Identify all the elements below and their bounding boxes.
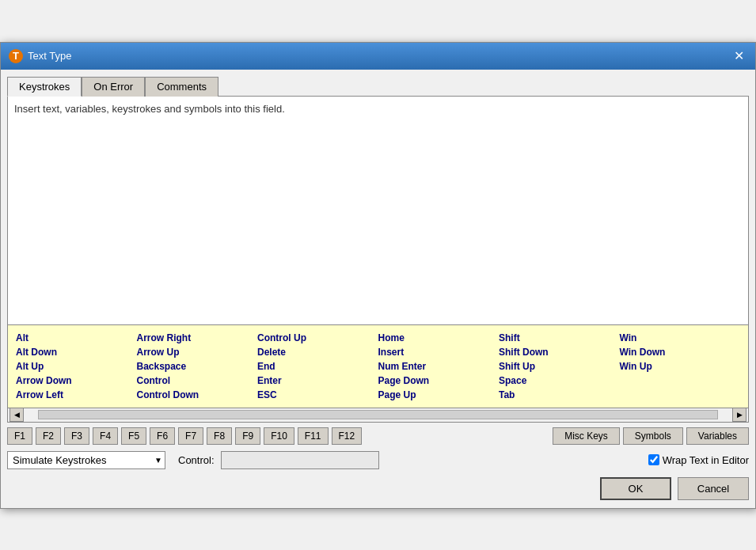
wrap-text-checkbox[interactable] [648,454,659,465]
key-shift-down[interactable]: Shift Down [499,346,620,358]
key-home[interactable]: Home [378,332,500,344]
key-num-enter[interactable]: Num Enter [378,360,500,373]
key-end[interactable]: End [257,360,378,373]
app-icon: T [9,49,23,63]
title-bar: T Text Type ✕ [1,43,755,70]
tabs-container: Keystrokes On Error Comments [7,76,749,96]
wrap-text-checkbox-container: Wrap Text in Editor [648,454,749,466]
key-arrow-down[interactable]: Arrow Down [16,374,137,387]
key-delete[interactable]: Delete [257,346,378,358]
fkey-f2[interactable]: F2 [36,427,61,445]
symbols-button[interactable]: Symbols [623,427,683,445]
fkey-f5[interactable]: F5 [121,427,146,445]
scroll-right-arrow[interactable]: ▶ [732,408,747,422]
key-arrow-up[interactable]: Arrow Up [137,346,258,358]
bottom-row: Simulate Keystrokes ▼ Control: Wrap Text… [7,448,749,474]
keystroke-col-5: Shift Shift Down Shift Up Space Tab [499,332,620,401]
key-esc[interactable]: ESC [257,389,378,401]
key-insert[interactable]: Insert [378,346,500,358]
key-control-down[interactable]: Control Down [137,389,258,401]
fkey-f9[interactable]: F9 [235,427,260,445]
misc-keys-button[interactable]: Misc Keys [553,427,620,445]
key-control-up[interactable]: Control Up [257,332,378,344]
fkey-row: F1 F2 F3 F4 F5 F6 F7 F8 F9 F10 F11 F12 M… [7,423,749,448]
control-input-field[interactable] [221,451,379,469]
simulate-keystrokes-select[interactable]: Simulate Keystrokes [7,451,165,469]
key-space[interactable]: Space [499,374,620,387]
key-tab[interactable]: Tab [499,389,620,401]
key-win[interactable]: Win [620,332,741,344]
tab-keystrokes[interactable]: Keystrokes [7,77,82,97]
fkey-f1[interactable]: F1 [7,427,32,445]
tab-comments[interactable]: Comments [145,77,218,97]
keystroke-grid: Alt Alt Down Alt Up Arrow Down Arrow Lef… [16,332,740,401]
scroll-left-arrow[interactable]: ◀ [9,408,24,422]
key-win-down[interactable]: Win Down [620,346,741,358]
key-alt-up[interactable]: Alt Up [16,360,137,373]
fkey-f8[interactable]: F8 [207,427,232,445]
action-row: OK Cancel [7,474,749,502]
key-control[interactable]: Control [137,374,258,387]
key-page-up[interactable]: Page Up [378,389,500,401]
dialog-window: T Text Type ✕ Keystrokes On Error Commen… [0,42,756,509]
close-button[interactable]: ✕ [730,47,747,65]
dialog-title: Text Type [28,50,71,62]
fkey-f6[interactable]: F6 [150,427,175,445]
svg-text:T: T [13,51,19,62]
keystroke-col-1: Alt Alt Down Alt Up Arrow Down Arrow Lef… [16,332,137,401]
text-input-area[interactable]: Insert text, variables, keystrokes and s… [7,96,749,325]
fkey-f10[interactable]: F10 [264,427,294,445]
keystroke-col-2: Arrow Right Arrow Up Backspace Control C… [137,332,258,401]
key-win-up[interactable]: Win Up [620,360,741,373]
key-shift[interactable]: Shift [499,332,620,344]
control-label: Control: [178,454,215,466]
fkey-f12[interactable]: F12 [332,427,363,445]
key-page-down[interactable]: Page Down [378,374,500,387]
fkey-f7[interactable]: F7 [178,427,203,445]
variables-button[interactable]: Variables [686,427,749,445]
fkey-f11[interactable]: F11 [298,427,329,445]
keystroke-col-4: Home Insert Num Enter Page Down Page Up [378,332,500,401]
key-arrow-left[interactable]: Arrow Left [16,389,137,401]
key-alt-down[interactable]: Alt Down [16,346,137,358]
wrap-text-label: Wrap Text in Editor [663,454,749,466]
dialog-body: Keystrokes On Error Comments Insert text… [1,70,755,508]
key-backspace[interactable]: Backspace [137,360,258,373]
ok-button[interactable]: OK [600,477,671,500]
keystroke-col-3: Control Up Delete End Enter ESC [257,332,378,401]
key-enter[interactable]: Enter [257,374,378,387]
fkey-f3[interactable]: F3 [64,427,89,445]
key-alt[interactable]: Alt [16,332,137,344]
key-arrow-right[interactable]: Arrow Right [137,332,258,344]
fkey-f4[interactable]: F4 [93,427,118,445]
scrollbar-track[interactable] [38,410,718,419]
key-shift-up[interactable]: Shift Up [499,360,620,373]
keystroke-col-6: Win Win Down Win Up [620,332,741,401]
text-area-placeholder: Insert text, variables, keystrokes and s… [14,103,285,115]
tab-onerror[interactable]: On Error [82,77,145,97]
keystroke-section: Alt Alt Down Alt Up Arrow Down Arrow Lef… [7,325,749,408]
simulate-select-wrapper: Simulate Keystrokes ▼ [7,451,165,469]
title-bar-left: T Text Type [9,49,71,63]
horizontal-scrollbar[interactable]: ◀ ▶ [7,408,749,423]
cancel-button[interactable]: Cancel [678,477,749,500]
